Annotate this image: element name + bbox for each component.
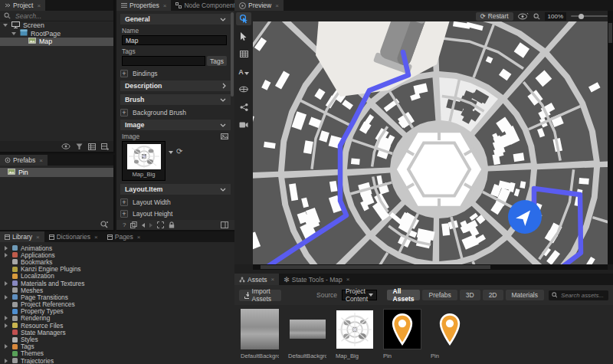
chevron-down-icon <box>220 98 226 102</box>
image-picker-icon[interactable] <box>221 133 228 139</box>
asset-card-pin[interactable]: Pin <box>431 309 469 359</box>
asset-card-pin[interactable]: Pin <box>383 309 421 359</box>
asset-search-input[interactable] <box>559 291 605 300</box>
tags-icon <box>12 344 18 349</box>
layout-height-row[interactable]: + Layout Height <box>120 210 229 218</box>
image-refresh-icon[interactable]: ⟳ <box>176 147 182 156</box>
vertical-scrollbar[interactable] <box>608 11 613 264</box>
filter-3d[interactable]: 3D <box>460 290 480 300</box>
source-dropdown[interactable]: Project Content <box>342 290 377 300</box>
bindings-row[interactable]: + Bindings <box>120 70 229 77</box>
library-item-styles[interactable]: Styles <box>0 336 234 343</box>
settings-grid-icon[interactable] <box>101 143 109 150</box>
tab-state-tools[interactable]: ✻ State Tools - Map × <box>279 274 354 285</box>
image-dropdown-icon[interactable] <box>169 151 173 154</box>
add-layout-height-icon[interactable]: + <box>120 210 128 218</box>
project-tree-item-map[interactable]: Map <box>0 38 113 46</box>
panel-layout-icon[interactable] <box>221 221 228 228</box>
tags-button[interactable]: Tags <box>207 56 227 66</box>
chevron-down-icon <box>369 293 373 297</box>
select-tool[interactable] <box>236 30 251 43</box>
camera-tool[interactable] <box>236 118 251 131</box>
layout-width-row[interactable]: + Layout Width <box>120 198 229 206</box>
animations-icon <box>12 245 18 251</box>
tags-field[interactable] <box>122 56 205 66</box>
project-search-input[interactable] <box>14 11 90 21</box>
wireframe-tool[interactable] <box>236 83 251 96</box>
tab-assets[interactable]: Assets × <box>234 274 279 285</box>
tab-library[interactable]: Library× <box>0 231 44 242</box>
background-brush-row[interactable]: + Background Brush <box>120 109 229 116</box>
asset-thumbnail <box>336 309 374 349</box>
filter-all-assets[interactable]: All Assets <box>387 290 421 300</box>
close-icon[interactable]: × <box>39 157 43 164</box>
close-icon[interactable]: × <box>163 2 167 9</box>
tab-properties[interactable]: Properties × <box>116 0 171 11</box>
page-transitions-icon <box>12 294 18 300</box>
asset-card-defaultbackgrou-[interactable]: DefaultBackgrou... <box>288 309 326 359</box>
grid-tool[interactable] <box>236 48 251 61</box>
visibility-icon[interactable] <box>61 143 70 149</box>
interact-tool[interactable] <box>236 12 251 25</box>
section-general[interactable]: General <box>120 14 231 25</box>
zoom-slider-knob[interactable] <box>579 14 584 19</box>
close-icon[interactable]: × <box>275 2 279 9</box>
back-icon[interactable] <box>142 223 145 228</box>
zoom-level-field[interactable]: 100% <box>545 12 566 21</box>
close-icon[interactable]: × <box>94 234 98 241</box>
lock-icon[interactable] <box>169 221 175 228</box>
asset-search[interactable] <box>549 290 608 300</box>
name-field[interactable]: Map <box>122 35 227 45</box>
tab-preview[interactable]: Preview × <box>234 0 284 11</box>
filter-2d[interactable]: 2D <box>483 290 503 300</box>
help-icon[interactable]: ? <box>123 221 126 228</box>
asset-label: Pin <box>383 353 421 359</box>
zoom-slider[interactable] <box>571 15 608 17</box>
asset-card-map-big[interactable]: Map_Big <box>336 309 374 359</box>
section-layout-item[interactable]: Layout.Item <box>120 184 231 195</box>
close-icon[interactable]: × <box>346 276 350 283</box>
add-background-brush-icon[interactable]: + <box>120 109 128 116</box>
tab-pages[interactable]: Pages× <box>103 231 146 242</box>
restart-button[interactable]: ⟳ Restart <box>476 12 513 21</box>
tab-prefabs[interactable]: Prefabs × <box>0 155 48 166</box>
section-image[interactable]: Image <box>120 120 231 130</box>
close-icon[interactable]: × <box>271 276 275 283</box>
project-tree-item-rootpage[interactable]: RootPage <box>0 30 113 38</box>
filter-materials[interactable]: Materials <box>506 290 544 300</box>
tab-project[interactable]: Project × <box>0 0 45 11</box>
text-baseline-tool[interactable]: A <box>236 65 251 78</box>
add-layout-width-icon[interactable]: + <box>120 198 128 206</box>
tab-dictionaries[interactable]: Dictionaries× <box>44 231 103 242</box>
section-brush[interactable]: Brush <box>120 94 231 105</box>
project-search[interactable] <box>0 11 113 21</box>
prefab-item-pin[interactable]: Pin <box>0 168 113 177</box>
image-thumbnail-box[interactable]: Map_Big <box>122 141 166 181</box>
project-tree-item-screen[interactable]: Screen <box>0 21 113 30</box>
copy-icon[interactable] <box>130 221 137 228</box>
section-image-label: Image <box>125 121 144 129</box>
horizontal-scrollbar-thumb[interactable] <box>261 265 490 269</box>
library-item-trajectories[interactable]: Trajectories <box>0 357 234 364</box>
vertical-scrollbar-thumb[interactable] <box>608 23 612 43</box>
asset-label: Pin <box>431 353 469 359</box>
asset-card-defaultbackgrou-[interactable]: DefaultBackgrou... <box>241 309 279 359</box>
add-binding-icon[interactable]: + <box>120 70 128 77</box>
node-graph-tool[interactable] <box>236 100 251 113</box>
close-icon[interactable]: × <box>36 234 40 241</box>
preview-visibility-icon[interactable] <box>518 12 529 20</box>
map-preview[interactable] <box>253 21 608 264</box>
section-description[interactable]: Description <box>120 80 231 91</box>
horizontal-scrollbar[interactable] <box>253 264 608 270</box>
grid-view-icon[interactable] <box>88 143 96 150</box>
filter-prefabs[interactable]: Prefabs <box>422 290 457 300</box>
search-settings-icon[interactable] <box>100 221 109 228</box>
properties-scrollbar[interactable] <box>231 12 234 97</box>
close-icon[interactable]: × <box>37 2 41 9</box>
close-icon[interactable]: × <box>137 234 141 241</box>
import-assets-button[interactable]: Import Assets <box>239 290 281 301</box>
forward-icon[interactable] <box>149 223 152 228</box>
expand-icon[interactable] <box>157 221 164 228</box>
filter-icon[interactable] <box>76 143 83 150</box>
project-references-icon <box>12 302 18 307</box>
